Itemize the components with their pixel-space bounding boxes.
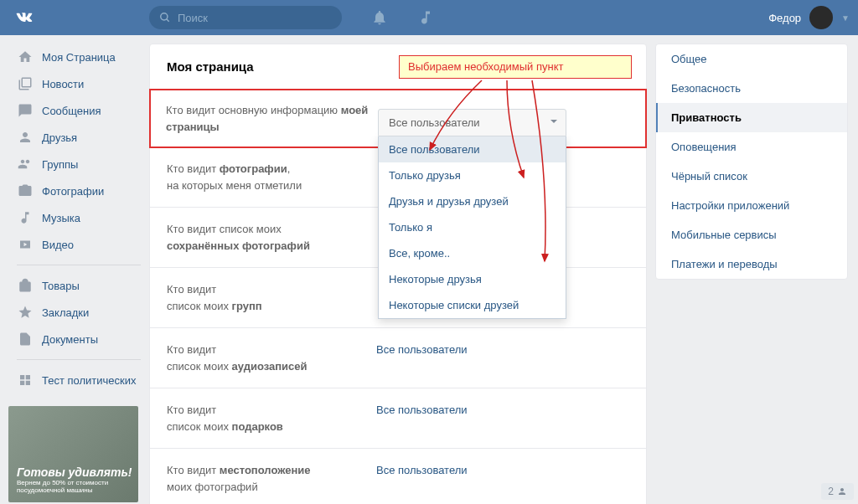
avatar — [809, 6, 833, 29]
dropdown-option[interactable]: Некоторые списки друзей — [379, 292, 566, 318]
settings-tab[interactable]: Чёрный список — [656, 162, 847, 191]
nav-label: Друзья — [42, 131, 77, 144]
nav-news[interactable]: Новости — [8, 70, 149, 97]
settings-tab[interactable]: Платежи и переводы — [656, 249, 847, 279]
nav-music[interactable]: Музыка — [8, 204, 149, 231]
setting-label: Кто видит список моих сохранённых фотогр… — [167, 221, 376, 254]
nav-label: Группы — [42, 158, 78, 171]
nav-documents[interactable]: Документы — [8, 326, 149, 352]
nav-app[interactable]: Тест политических — [8, 367, 149, 393]
chevron-down-icon — [550, 120, 557, 123]
nav-friends[interactable]: Друзья — [8, 124, 149, 151]
nav-my-page[interactable]: Моя Страница — [8, 44, 149, 70]
ad-title: Готовы удивлять! — [17, 465, 138, 479]
bag-icon — [17, 277, 34, 294]
nav-label: Новости — [42, 78, 84, 90]
dropdown-option[interactable]: Друзья и друзья друзей — [379, 188, 566, 214]
setting-row: Кто видит список моих подарковВсе пользо… — [150, 388, 646, 449]
nav-messages[interactable]: Сообщения — [8, 97, 149, 124]
ad-banner[interactable]: Готовы удивлять! Вернем до 50% от стоимо… — [8, 406, 138, 502]
user-menu[interactable]: Федор ▼ — [768, 6, 850, 29]
newspaper-icon — [17, 75, 34, 92]
people-icon — [17, 156, 34, 172]
dropdown-option[interactable]: Только я — [379, 214, 566, 240]
svg-rect-5 — [26, 381, 30, 385]
dropdown-option[interactable]: Все пользователи — [379, 136, 566, 162]
svg-rect-3 — [26, 375, 30, 379]
setting-value[interactable]: Все пользователи — [376, 402, 468, 435]
nav-divider — [17, 359, 141, 360]
nav-label: Товары — [42, 280, 80, 292]
settings-tab[interactable]: Оповещения — [656, 132, 847, 162]
star-icon — [17, 304, 34, 321]
vk-logo[interactable] — [13, 6, 36, 29]
music-icon[interactable] — [417, 9, 434, 26]
nav-label: Моя Страница — [42, 51, 116, 64]
settings-tab[interactable]: Безопасность — [656, 74, 847, 103]
music-note-icon — [17, 209, 34, 226]
chevron-down-icon: ▼ — [841, 13, 850, 23]
settings-tab[interactable]: Настройки приложений — [656, 191, 847, 220]
ad-subtitle: Вернем до 50% от стоимости посудомоечной… — [17, 479, 138, 494]
setting-label: Кто видит местоположение моих фотографий — [167, 462, 376, 495]
dropdown-option[interactable]: Некоторые друзья — [379, 266, 566, 292]
settings-tab[interactable]: Общее — [656, 44, 847, 74]
search-input[interactable] — [178, 12, 332, 24]
privacy-dropdown[interactable]: Все пользователи Все пользователиТолько … — [378, 109, 566, 319]
nav-label: Видео — [42, 239, 74, 251]
apps-icon — [17, 372, 34, 388]
username: Федор — [768, 12, 801, 24]
svg-rect-4 — [20, 381, 24, 385]
notifications-icon[interactable] — [371, 9, 388, 26]
nav-photos[interactable]: Фотографии — [8, 177, 149, 204]
nav-label: Документы — [42, 333, 98, 346]
nav-video[interactable]: Видео — [8, 231, 149, 258]
settings-tab[interactable]: Мобильные сервисы — [656, 220, 847, 249]
video-icon — [17, 236, 34, 253]
setting-row: Кто видит список моих аудиозаписейВсе по… — [150, 328, 646, 388]
person-icon — [837, 486, 847, 496]
dropdown-option[interactable]: Только друзья — [379, 162, 566, 188]
search-icon — [159, 12, 171, 23]
setting-value[interactable]: Все пользователи — [376, 342, 468, 374]
dropdown-option[interactable]: Все, кроме.. — [379, 240, 566, 266]
setting-value[interactable]: Все пользователи — [376, 462, 468, 495]
header-icons — [371, 9, 434, 26]
nav-divider — [17, 265, 141, 265]
nav-label: Фотографии — [42, 185, 104, 198]
dropdown-list: Все пользователиТолько друзьяДрузья и др… — [378, 136, 566, 319]
nav-market[interactable]: Товары — [8, 272, 149, 299]
friends-online-badge[interactable]: 2 — [821, 483, 854, 500]
home-icon — [17, 49, 34, 65]
setting-label: Кто видит список моих подарков — [167, 402, 376, 435]
setting-label: Кто видит основную информацию моей стран… — [166, 102, 375, 135]
setting-label: Кто видит список моих групп — [167, 281, 376, 314]
setting-label: Кто видит фотографии, на которых меня от… — [167, 161, 376, 193]
svg-point-0 — [161, 13, 168, 20]
annotation-callout: Выбираем необходимый пункт — [399, 55, 632, 79]
document-icon — [17, 331, 34, 347]
friends-count: 2 — [828, 486, 834, 497]
nav-bookmarks[interactable]: Закладки — [8, 299, 149, 326]
nav-label: Сообщения — [42, 105, 101, 117]
dropdown-selected-text: Все пользователи — [389, 116, 480, 129]
svg-rect-2 — [20, 375, 24, 379]
setting-row: Кто видит местоположение моих фотографий… — [150, 449, 646, 504]
setting-label: Кто видит список моих аудиозаписей — [167, 342, 376, 374]
dropdown-selected[interactable]: Все пользователи — [378, 109, 566, 136]
left-sidebar: Моя Страница Новости Сообщения Друзья Гр… — [0, 44, 149, 504]
message-icon — [17, 102, 34, 119]
nav-label: Закладки — [42, 306, 89, 319]
nav-label: Тест политических — [42, 374, 137, 387]
right-sidebar: ОбщееБезопасностьПриватностьОповещенияЧё… — [655, 44, 848, 280]
settings-tab[interactable]: Приватность — [656, 103, 847, 132]
nav-label: Музыка — [42, 212, 80, 224]
search-box[interactable] — [149, 6, 342, 29]
top-header: Федор ▼ — [0, 0, 858, 35]
svg-line-1 — [167, 19, 169, 22]
person-icon — [17, 129, 34, 146]
camera-icon — [17, 183, 34, 199]
nav-groups[interactable]: Группы — [8, 151, 149, 177]
